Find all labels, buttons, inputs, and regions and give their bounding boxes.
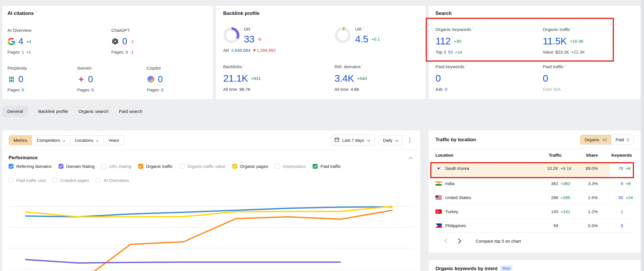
- segment-metrics[interactable]: Metrics: [9, 136, 32, 145]
- backlink-rating-row: DRi33-6AR2,848,084▼1,294,952URi4.5+0.1: [223, 27, 418, 53]
- stat-sub-part: Value: [543, 50, 553, 54]
- info-icon[interactable]: i: [565, 64, 566, 69]
- tab-organic-search[interactable]: Organic search: [78, 106, 108, 117]
- search-organic-row: Organic keywordsi112+30Top 353+14Organic…: [435, 27, 634, 54]
- tab-paid-search[interactable]: Paid search: [119, 106, 143, 117]
- stat-card-label: Backlinksi: [223, 64, 334, 69]
- column-header-keywords: Keywords: [598, 153, 634, 158]
- stat-sub-part: N/A: [554, 87, 561, 92]
- toggle-organic[interactable]: Organic40: [580, 135, 611, 144]
- ai-card-label: Gemini: [77, 66, 147, 71]
- unchecked-checkbox-icon: [180, 164, 184, 169]
- location-row-united-states[interactable]: United States286+2852.5%30+24: [435, 190, 634, 204]
- rating-card-dr: DRi33-6AR2,848,084▼1,294,952: [223, 27, 334, 53]
- ai-card-value-row: 0: [147, 75, 207, 84]
- rating-value-row: 33-6: [244, 34, 261, 44]
- location-row-turkey[interactable]: Turkey143+1411.2%1: [435, 204, 634, 218]
- location-table-footer: Compare top 5 on chart: [435, 232, 634, 249]
- metric-checkbox-impressions[interactable]: Impressions: [275, 164, 306, 169]
- kebab-menu-icon[interactable]: [407, 137, 413, 144]
- stat-card-paid-traffic: Paid traffici0CostN/A: [543, 64, 634, 92]
- toggle-paid[interactable]: Paid0: [611, 135, 633, 144]
- date-range-button[interactable]: Last 7 days: [330, 135, 375, 146]
- location-row-philippines[interactable]: Philippines580.5%9: [435, 218, 634, 232]
- checked-checkbox-icon: [232, 164, 237, 169]
- stat-sub-part: -1: [130, 50, 134, 54]
- metric-checkbox-referring-domains[interactable]: Referring domains: [9, 164, 52, 169]
- perplexity-icon: [7, 75, 15, 83]
- stat-card-delta: +931: [251, 76, 261, 81]
- stat-card-sub-row: All time98.7K: [223, 87, 334, 92]
- stat-sub-part: Pages: [7, 50, 20, 54]
- location-row-india[interactable]: India382+3823.3%9+8: [435, 176, 634, 190]
- metric-checkbox-url-rating[interactable]: URL Rating: [102, 164, 131, 169]
- location-name: Philippines: [445, 223, 466, 228]
- traffic-by-location-title: Traffic by location: [435, 137, 476, 142]
- traffic-value: 143: [551, 209, 558, 214]
- collapse-chevron-up-icon[interactable]: [408, 155, 413, 160]
- tab-general[interactable]: General: [2, 106, 28, 117]
- column-header-share: Share: [575, 153, 598, 158]
- keywords-value: 70: [618, 166, 623, 171]
- info-icon[interactable]: i: [362, 64, 363, 69]
- compare-top5-button[interactable]: Compare top 5 on chart: [476, 239, 521, 243]
- segment-locations[interactable]: Locations: [70, 136, 103, 145]
- stat-sub-part: +22.3K: [571, 50, 585, 54]
- flag-icon-ph: [435, 223, 442, 228]
- metric-checkbox-ai-overviews[interactable]: AI Overviews: [96, 178, 129, 183]
- overview-tabs: GeneralBacklink profileOrganic searchPai…: [2, 106, 142, 117]
- info-icon[interactable]: i: [363, 26, 363, 31]
- metric-checkbox-paid-traffic[interactable]: Paid traffic: [313, 164, 341, 169]
- info-icon[interactable]: i: [572, 26, 572, 32]
- location-cell: Philippines: [435, 223, 515, 228]
- metric-checkbox-organic-pages[interactable]: Organic pages: [232, 164, 268, 169]
- openai-icon: [111, 38, 119, 45]
- chevron-down-icon: [96, 138, 99, 143]
- traffic-delta: +285: [561, 195, 575, 200]
- stat-card-backlinks: Backlinksi21.1K+931All time98.7K: [223, 64, 334, 92]
- metric-checkbox-paid-traffic-cost[interactable]: Paid traffic cost: [9, 178, 46, 183]
- ai-card-label: Perplexity: [7, 66, 77, 71]
- share-cell: 2.5%: [575, 195, 598, 200]
- next-page-icon[interactable]: [456, 238, 463, 243]
- metric-checkbox-domain-rating[interactable]: Domain Rating: [59, 164, 95, 169]
- location-row-south-korea[interactable]: South Korea10.2K+9.1K89.0%70+6: [435, 160, 634, 176]
- location-cell: Turkey: [435, 209, 515, 214]
- ai-card-label: AI Overview: [7, 28, 111, 33]
- stat-sub-part: 98.7K: [239, 87, 250, 92]
- metric-checkbox-organic-traffic[interactable]: Organic traffic: [138, 164, 173, 169]
- metric-label: AI Overviews: [104, 178, 129, 183]
- metric-label: Referring domains: [16, 164, 52, 169]
- segment-competitors[interactable]: Competitors: [32, 136, 70, 145]
- flag-icon-us: [435, 195, 442, 200]
- page-scrollbar[interactable]: [641, 0, 644, 271]
- keywords-cell: 30+24: [598, 195, 634, 200]
- info-icon[interactable]: i: [472, 26, 473, 32]
- ai-card-perplexity: Perplexity0Pages0: [7, 66, 77, 92]
- prev-page-icon[interactable]: [442, 238, 449, 243]
- performance-line-chart[interactable]: [2, 189, 420, 271]
- info-icon[interactable]: i: [36, 10, 36, 13]
- traffic-cell: 58: [515, 223, 575, 228]
- backlink-profile-title: Backlink profile: [223, 11, 418, 16]
- stat-card-value: 0: [543, 73, 548, 83]
- info-icon[interactable]: i: [252, 26, 252, 31]
- stat-card-value: 112: [435, 36, 451, 46]
- tab-backlink-profile[interactable]: Backlink profile: [38, 106, 68, 117]
- keywords-cell: 1: [598, 209, 634, 214]
- metric-checkbox-organic-traffic-value[interactable]: Organic traffic value: [180, 164, 225, 169]
- metric-checkbox-crawled-pages[interactable]: Crawled pages: [52, 178, 89, 183]
- info-icon[interactable]: i: [243, 64, 244, 69]
- stat-card-value: 21.1K: [223, 73, 248, 83]
- granularity-button[interactable]: Daily: [379, 135, 403, 145]
- segment-years[interactable]: Years: [103, 136, 124, 145]
- location-name: India: [445, 181, 455, 186]
- stat-sub-part: ▼1,294,952: [252, 48, 276, 53]
- info-icon[interactable]: i: [466, 64, 466, 69]
- stat-sub-part: 4.6K: [351, 87, 359, 92]
- ai-card-pages: Pages0: [147, 87, 207, 92]
- stat-sub-part: 53: [448, 50, 453, 54]
- rating-donut: [223, 27, 240, 44]
- traffic-by-location-header: Traffic by location Organic40Paid0: [429, 130, 641, 149]
- keywords-value: 1: [621, 209, 623, 214]
